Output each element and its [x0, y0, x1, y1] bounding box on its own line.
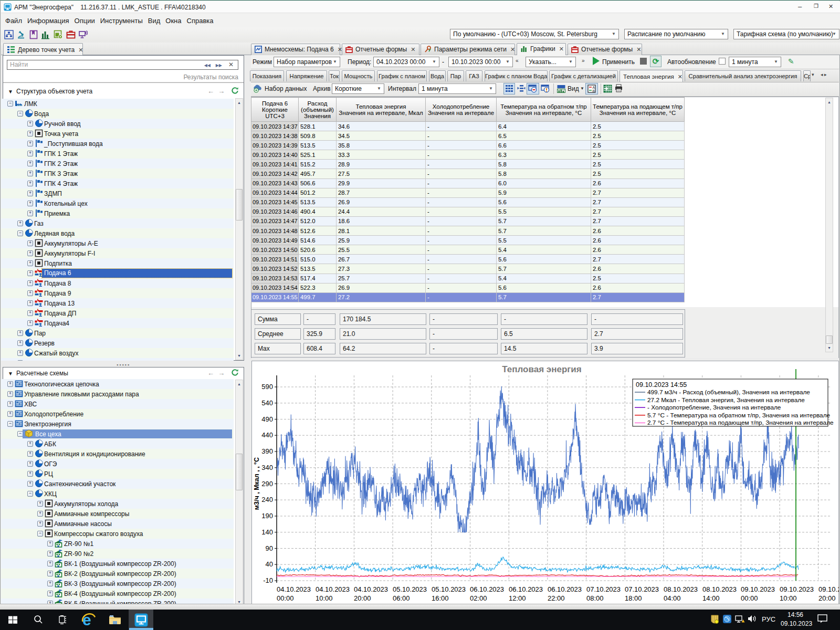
- svg-text:07.10.2023: 07.10.2023: [586, 585, 621, 593]
- svg-text:20:00: 20:00: [354, 594, 371, 602]
- svg-text:2.7 °С - Температура на подающ: 2.7 °С - Температура на подающем т/пр, З…: [647, 419, 834, 426]
- svg-text:40: 40: [266, 560, 273, 568]
- svg-text:390: 390: [261, 447, 273, 455]
- svg-text:04:00: 04:00: [664, 594, 681, 602]
- svg-text:05.10.2023: 05.10.2023: [432, 585, 466, 593]
- svg-text:02:00: 02:00: [470, 594, 487, 602]
- svg-text:07.10.2023: 07.10.2023: [625, 585, 659, 593]
- svg-text:09.10.2023: 09.10.2023: [818, 585, 839, 593]
- svg-text:06.10.2023: 06.10.2023: [548, 585, 582, 593]
- svg-text:06.10.2023: 06.10.2023: [470, 585, 504, 593]
- svg-text:06:00: 06:00: [393, 594, 410, 602]
- svg-text:08.10.2023: 08.10.2023: [702, 585, 737, 593]
- svg-text:14:00: 14:00: [702, 594, 720, 602]
- svg-text:09.10.2023 14:55: 09.10.2023 14:55: [636, 381, 687, 388]
- svg-text:240: 240: [261, 496, 273, 503]
- svg-text:490: 490: [261, 415, 273, 423]
- svg-text:12:00: 12:00: [509, 594, 526, 602]
- svg-text:22:00: 22:00: [548, 594, 565, 602]
- svg-text:00:00: 00:00: [277, 594, 294, 602]
- svg-text:10:00: 10:00: [316, 594, 333, 602]
- svg-text:16:00: 16:00: [432, 594, 449, 602]
- svg-text:08:00: 08:00: [586, 594, 604, 602]
- svg-text:5.7 °С - Температура на обратн: 5.7 °С - Температура на обратном т/пр, З…: [647, 412, 831, 419]
- svg-text:90: 90: [266, 544, 273, 552]
- svg-text:- Холодопотребление, Значения: - Холодопотребление, Значения на интерва…: [647, 404, 781, 411]
- svg-text:A: A: [593, 86, 595, 89]
- svg-text:27.2 Мкал - Тепловая энергия,: 27.2 Мкал - Тепловая энергия, Значения н…: [647, 396, 805, 404]
- svg-text:м3/ч , Мкал , , °С: м3/ч , Мкал , , °С: [253, 457, 260, 510]
- svg-text:340: 340: [261, 464, 273, 471]
- svg-text:08.10.2023: 08.10.2023: [664, 585, 698, 593]
- svg-text:09.10.2023: 09.10.2023: [741, 585, 775, 593]
- svg-text:190: 190: [261, 512, 273, 520]
- svg-text:540: 540: [261, 399, 273, 407]
- svg-text:590: 590: [261, 383, 273, 391]
- svg-text:10:00: 10:00: [780, 594, 797, 602]
- svg-text:290: 290: [261, 480, 273, 488]
- svg-text:04.10.2023: 04.10.2023: [316, 585, 350, 593]
- svg-text:Тепловая энергия: Тепловая энергия: [502, 364, 582, 374]
- svg-text:04.10.2023: 04.10.2023: [277, 585, 311, 593]
- svg-text:20:00: 20:00: [818, 594, 836, 602]
- svg-text:04.10.2023: 04.10.2023: [354, 585, 388, 593]
- svg-text:499.7 м3/ч - Расход (объемный): 499.7 м3/ч - Расход (объемный), Значения…: [647, 388, 810, 396]
- svg-text:140: 140: [261, 528, 273, 536]
- svg-text:B: B: [593, 89, 595, 93]
- svg-text:05.10.2023: 05.10.2023: [393, 585, 427, 593]
- svg-text:06.10.2023: 06.10.2023: [509, 585, 543, 593]
- svg-text:-10: -10: [263, 576, 273, 584]
- svg-text:440: 440: [261, 431, 273, 439]
- svg-text:18:00: 18:00: [625, 594, 642, 602]
- svg-text:09.10.2023: 09.10.2023: [780, 585, 814, 593]
- svg-text:00:00: 00:00: [741, 594, 758, 602]
